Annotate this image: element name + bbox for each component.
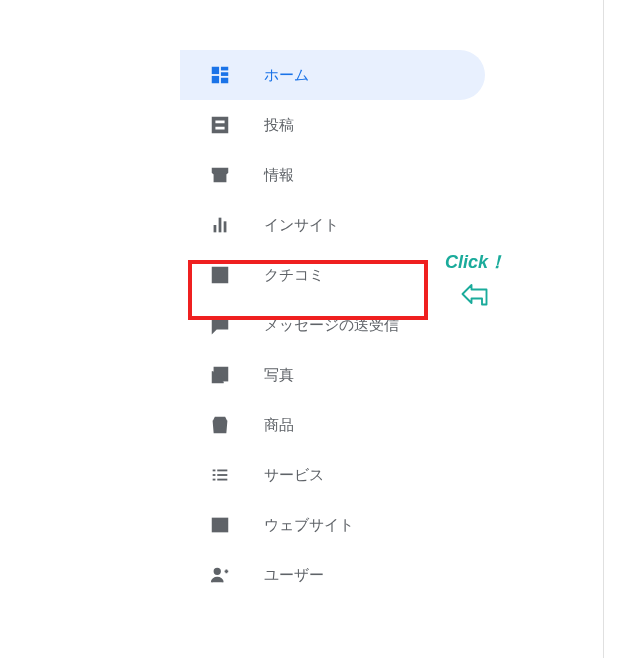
svg-rect-0	[212, 67, 219, 74]
sidebar-item-label: 商品	[264, 416, 294, 435]
sidebar-item-products[interactable]: 商品	[180, 400, 485, 450]
svg-rect-16	[213, 519, 228, 532]
sidebar-item-posts[interactable]: 投稿	[180, 100, 485, 150]
sidebar-item-users[interactable]: ユーザー	[180, 550, 485, 600]
sidebar-item-label: クチコミ	[264, 266, 324, 285]
services-icon	[208, 463, 232, 487]
store-icon	[208, 163, 232, 187]
sidebar-item-label: ホーム	[264, 66, 309, 85]
click-label: Click！	[445, 250, 506, 274]
users-icon	[208, 563, 232, 587]
svg-rect-4	[221, 78, 228, 84]
sidebar-nav: ホーム 投稿 情報 インサイト クチコミ メッセージの送受信 写	[180, 50, 485, 600]
svg-rect-6	[219, 218, 222, 233]
pointing-hand-icon	[458, 276, 494, 316]
sidebar-item-label: インサイト	[264, 216, 339, 235]
sidebar-item-photos[interactable]: 写真	[180, 350, 485, 400]
sidebar-item-label: サービス	[264, 466, 324, 485]
vertical-divider	[603, 0, 604, 658]
sidebar-item-info[interactable]: 情報	[180, 150, 485, 200]
sidebar-item-label: ウェブサイト	[264, 516, 354, 535]
message-icon	[208, 313, 232, 337]
sidebar-item-messages[interactable]: メッセージの送受信	[180, 300, 485, 350]
sidebar-item-label: ユーザー	[264, 566, 324, 585]
sidebar-item-services[interactable]: サービス	[180, 450, 485, 500]
sidebar-item-home[interactable]: ホーム	[180, 50, 485, 100]
sidebar-item-label: 写真	[264, 366, 294, 385]
photo-icon	[208, 363, 232, 387]
products-icon	[208, 413, 232, 437]
svg-point-17	[215, 569, 221, 575]
svg-rect-11	[217, 470, 227, 472]
svg-rect-3	[212, 76, 219, 83]
review-icon	[208, 263, 232, 287]
sidebar-item-label: 投稿	[264, 116, 294, 135]
svg-rect-12	[213, 474, 216, 476]
svg-rect-7	[224, 221, 227, 232]
click-annotation: Click！	[445, 250, 506, 316]
dashboard-icon	[208, 63, 232, 87]
svg-rect-13	[217, 474, 227, 476]
svg-rect-14	[213, 479, 216, 481]
svg-rect-5	[214, 225, 217, 232]
post-icon	[208, 113, 232, 137]
svg-rect-10	[213, 470, 216, 472]
svg-rect-15	[217, 479, 227, 481]
svg-rect-1	[221, 67, 228, 71]
sidebar-item-reviews[interactable]: クチコミ	[180, 250, 485, 300]
sidebar-item-insights[interactable]: インサイト	[180, 200, 485, 250]
sidebar-item-website[interactable]: ウェブサイト	[180, 500, 485, 550]
svg-rect-2	[221, 72, 228, 76]
sidebar-item-label: 情報	[264, 166, 294, 185]
website-icon	[208, 513, 232, 537]
insights-icon	[208, 213, 232, 237]
sidebar-item-label: メッセージの送受信	[264, 316, 399, 335]
